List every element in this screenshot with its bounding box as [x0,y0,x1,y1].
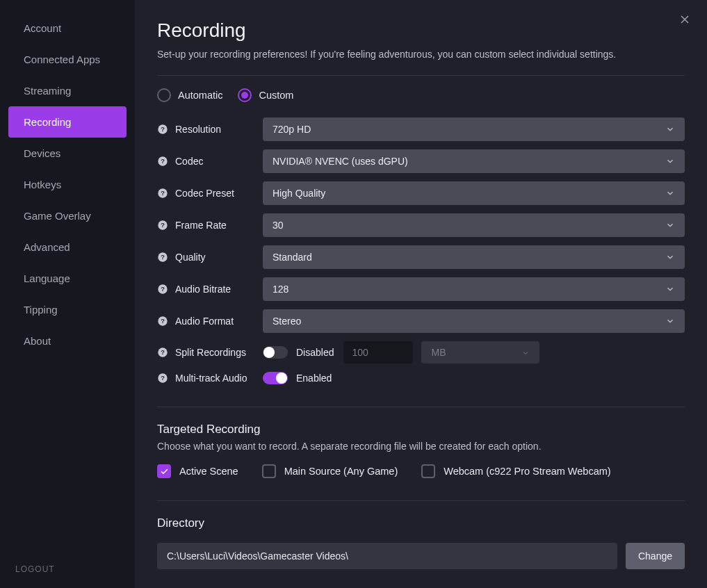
split-unit-select[interactable]: MB [421,341,539,364]
split-toggle[interactable] [263,346,288,359]
audio-format-value: Stereo [273,316,301,327]
svg-text:?: ? [161,349,165,356]
audio-format-label: Audio Format [175,316,234,327]
row-codec: ? Codec NVIDIA® NVENC (uses dGPU) [157,149,685,173]
row-codec-preset: ? Codec Preset High Quality [157,181,685,205]
codec-preset-value: High Quality [273,188,325,199]
multitrack-toggle[interactable] [263,372,288,384]
sidebar-item-game-overlay[interactable]: Game Overlay [8,200,127,231]
chevron-down-icon [665,124,675,134]
help-icon[interactable]: ? [157,284,168,295]
audio-bitrate-label: Audio Bitrate [175,284,231,295]
split-size-input[interactable] [343,341,413,364]
frame-rate-value: 30 [273,220,284,231]
sidebar-item-language[interactable]: Language [8,263,127,294]
check-active-scene[interactable]: Active Scene [157,464,238,478]
help-icon[interactable]: ? [157,316,168,327]
row-frame-rate: ? Frame Rate 30 [157,213,685,237]
mode-row: Automatic Custom [157,88,685,102]
svg-text:?: ? [161,286,165,293]
row-split-recordings: ? Split Recordings Disabled MB [157,341,685,364]
row-audio-bitrate: ? Audio Bitrate 128 [157,277,685,301]
mode-custom-label: Custom [259,90,293,101]
svg-text:?: ? [161,190,165,197]
svg-text:?: ? [161,222,165,229]
help-icon[interactable]: ? [157,220,168,231]
logout-button[interactable]: LOGOUT [0,552,135,588]
row-quality: ? Quality Standard [157,245,685,269]
mode-automatic-label: Automatic [178,90,222,101]
checkbox-icon [262,464,276,478]
directory-input[interactable] [157,543,617,569]
audio-bitrate-value: 128 [273,284,289,295]
multitrack-label: Multi-track Audio [175,373,247,384]
divider [157,75,685,76]
sidebar: Account Connected Apps Streaming Recordi… [0,0,135,588]
sidebar-item-hotkeys[interactable]: Hotkeys [8,169,127,200]
svg-text:?: ? [161,318,165,325]
change-button[interactable]: Change [626,543,685,569]
row-multitrack: ? Multi-track Audio Enabled [157,372,685,384]
mode-automatic[interactable]: Automatic [157,88,222,102]
help-icon[interactable]: ? [157,188,168,199]
row-audio-format: ? Audio Format Stereo [157,309,685,333]
row-resolution: ? Resolution 720p HD [157,117,685,141]
mode-custom[interactable]: Custom [238,88,293,102]
check-active-scene-label: Active Scene [179,466,238,477]
sidebar-item-recording[interactable]: Recording [8,106,127,138]
audio-format-select[interactable]: Stereo [263,309,685,333]
chevron-down-icon [521,348,530,357]
resolution-label: Resolution [175,124,221,135]
sidebar-item-about[interactable]: About [8,325,127,357]
split-state: Disabled [296,347,334,358]
sidebar-item-advanced[interactable]: Advanced [8,231,127,263]
section-directory: Directory Change [157,500,685,569]
chevron-down-icon [665,220,675,230]
resolution-select[interactable]: 720p HD [263,117,685,141]
divider [157,500,685,501]
codec-preset-select[interactable]: High Quality [263,181,685,205]
divider [157,407,685,407]
check-webcam-label: Webcam (c922 Pro Stream Webcam) [444,466,610,477]
help-icon[interactable]: ? [157,124,168,135]
quality-select[interactable]: Standard [263,245,685,269]
chevron-down-icon [665,156,675,166]
sidebar-item-devices[interactable]: Devices [8,138,127,169]
help-icon[interactable]: ? [157,373,168,384]
check-main-source[interactable]: Main Source (Any Game) [262,464,398,478]
check-webcam[interactable]: Webcam (c922 Pro Stream Webcam) [421,464,610,478]
split-label: Split Recordings [175,347,246,358]
help-icon[interactable]: ? [157,252,168,263]
svg-text:?: ? [161,254,165,261]
sidebar-item-tipping[interactable]: Tipping [8,294,127,325]
quality-value: Standard [273,252,312,263]
quality-label: Quality [175,252,206,263]
split-unit-value: MB [431,347,446,358]
chevron-down-icon [665,188,675,198]
codec-label: Codec [175,156,203,167]
frame-rate-label: Frame Rate [175,220,227,231]
codec-preset-label: Codec Preset [175,188,234,199]
main-content: Recording Set-up your recording preferen… [135,0,707,588]
section-targeted: Targeted Recording Choose what you want … [157,407,685,478]
codec-select[interactable]: NVIDIA® NVENC (uses dGPU) [263,149,685,173]
radio-icon [157,88,171,102]
radio-icon [238,88,252,102]
targeted-sub: Choose what you want to record. A separa… [157,441,685,452]
page-title: Recording [157,19,685,42]
frame-rate-select[interactable]: 30 [263,213,685,237]
sidebar-item-account[interactable]: Account [8,13,127,44]
multitrack-state: Enabled [296,373,332,384]
chevron-down-icon [665,252,675,262]
resolution-value: 720p HD [273,124,311,135]
help-icon[interactable]: ? [157,347,168,358]
codec-value: NVIDIA® NVENC (uses dGPU) [273,156,408,167]
chevron-down-icon [665,284,675,294]
checkbox-icon [421,464,435,478]
sidebar-item-connected-apps[interactable]: Connected Apps [8,44,127,75]
help-icon[interactable]: ? [157,156,168,167]
svg-text:?: ? [161,126,165,133]
sidebar-item-streaming[interactable]: Streaming [8,75,127,106]
close-icon[interactable] [678,13,692,26]
audio-bitrate-select[interactable]: 128 [263,277,685,301]
